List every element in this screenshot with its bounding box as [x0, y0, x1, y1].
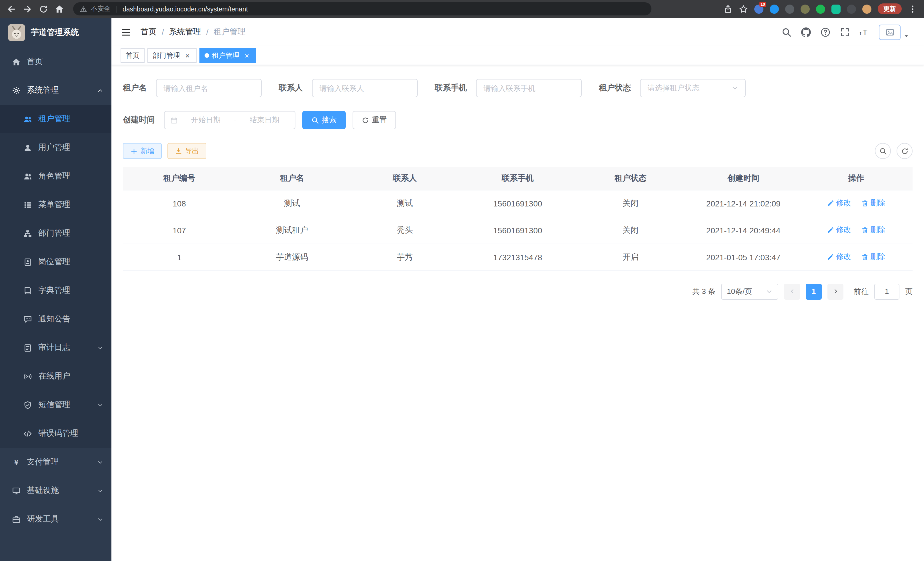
sidebar-item-menu[interactable]: 菜单管理 [0, 190, 111, 219]
extension-icon-drop[interactable] [770, 4, 779, 14]
help-button[interactable] [820, 27, 830, 37]
filter-item: 租户状态请选择租户状态 [599, 79, 746, 97]
sidebar-item-role[interactable]: 角色管理 [0, 162, 111, 190]
goto-page-input[interactable] [874, 283, 899, 299]
toggle-search-button[interactable] [875, 143, 891, 159]
download-icon [175, 147, 182, 155]
sidebar-item-online-user[interactable]: 在线用户 [0, 362, 111, 391]
extension-icon-green-square[interactable] [831, 4, 841, 14]
sidebar-item-dict[interactable]: 字典管理 [0, 276, 111, 305]
table-body: 108测试测试15601691300关闭2021-12-14 21:02:09修… [123, 190, 913, 271]
delete-link[interactable]: 删除 [861, 225, 885, 235]
edit-link[interactable]: 修改 [827, 252, 851, 262]
hamburger-icon[interactable] [121, 27, 131, 37]
delete-link[interactable]: 删除 [861, 252, 885, 262]
filter-label: 联系人 [279, 83, 303, 93]
browser-update-button[interactable]: 更新 [878, 3, 902, 14]
page-unit-label: 页 [905, 286, 913, 296]
delete-link[interactable]: 删除 [861, 198, 885, 208]
app-logo[interactable]: 芋道管理系统 [0, 18, 111, 47]
sidebar-item-infra[interactable]: 基础设施 [0, 476, 111, 505]
search-button[interactable]: 搜索 [302, 111, 346, 129]
share-icon[interactable] [723, 4, 733, 14]
yen-icon: ¥ [12, 458, 21, 466]
export-button[interactable]: 导出 [167, 143, 206, 159]
extension-icon-olive[interactable] [801, 4, 810, 14]
browser-menu-button[interactable] [908, 4, 917, 14]
status-select[interactable]: 请选择租户状态 [640, 79, 746, 97]
breadcrumb-item[interactable]: 首页 [141, 27, 157, 37]
reset-button[interactable]: 重置 [352, 111, 396, 129]
tab-tenant[interactable]: 租户管理× [200, 48, 256, 63]
pencil-icon [827, 253, 835, 261]
breadcrumb-item[interactable]: 系统管理 [169, 27, 201, 37]
column-header: 创建时间 [687, 167, 800, 190]
extension-icon-dark-ring[interactable] [785, 4, 794, 14]
github-button[interactable] [801, 27, 811, 37]
browser-forward-button[interactable] [23, 4, 32, 14]
extension-icon-green-check[interactable] [816, 4, 825, 14]
sidebar-item-devtool[interactable]: 研发工具 [0, 505, 111, 534]
sidebar-item-dept[interactable]: 部门管理 [0, 219, 111, 248]
tab-dept[interactable]: 部门管理× [147, 48, 196, 63]
add-button[interactable]: 新增 [123, 143, 162, 159]
extension-icon-avatar[interactable] [862, 4, 872, 14]
bookmark-star-icon[interactable] [739, 4, 748, 14]
header-actions: tT [782, 27, 869, 37]
tab-home[interactable]: 首页 [121, 48, 145, 63]
filter-label: 联系手机 [435, 83, 467, 93]
user-icon [23, 143, 32, 152]
add-button-label: 新增 [141, 146, 154, 156]
sidebar-item-audit-log[interactable]: 审计日志 [0, 333, 111, 362]
contact-input[interactable] [312, 79, 418, 97]
sidebar-item-payment[interactable]: ¥支付管理 [0, 448, 111, 476]
header-right: tT [782, 24, 909, 40]
font-size-button[interactable]: tT [860, 27, 869, 37]
next-page-button[interactable] [827, 283, 843, 299]
search-button[interactable] [782, 27, 791, 37]
avatar-dropdown[interactable] [879, 24, 909, 40]
browser-reload-button[interactable] [39, 4, 48, 14]
chevron-down-icon [97, 402, 104, 408]
filter-item: 联系人 [279, 79, 418, 97]
table-row: 108测试测试15601691300关闭2021-12-14 21:02:09修… [123, 190, 913, 217]
edit-link[interactable]: 修改 [827, 198, 851, 208]
date-range-picker[interactable]: 开始日期 - 结束日期 [164, 111, 296, 129]
sidebar-item-label: 研发工具 [27, 514, 59, 524]
sidebar-item-user[interactable]: 用户管理 [0, 133, 111, 162]
edit-link[interactable]: 修改 [827, 225, 851, 235]
prev-page-button[interactable] [784, 283, 800, 299]
fullscreen-button[interactable] [840, 27, 850, 37]
page-number-button[interactable]: 1 [806, 283, 822, 299]
sidebar-item-home[interactable]: 首页 [0, 47, 111, 76]
table-header-row: 租户编号租户名联系人联系手机租户状态创建时间操作 [123, 167, 913, 190]
sidebar-item-error-code[interactable]: 错误码管理 [0, 419, 111, 448]
breadcrumb-item: 租户管理 [214, 27, 246, 37]
breadcrumb-separator: / [206, 27, 208, 37]
sidebar-item-system[interactable]: 系统管理 [0, 76, 111, 105]
browser-back-button[interactable] [7, 4, 16, 14]
tenant-name-input[interactable] [156, 79, 262, 97]
app-title: 芋道管理系统 [31, 27, 79, 38]
users-icon [23, 115, 32, 123]
tree-icon [23, 229, 32, 238]
sidebar-item-sms[interactable]: 短信管理 [0, 391, 111, 419]
address-bar[interactable]: 不安全 dashboard.yudao.iocoder.cn/system/te… [73, 2, 651, 15]
extension-icon-blue-badged[interactable]: 10 [754, 4, 764, 14]
sidebar-item-label: 短信管理 [38, 400, 70, 410]
phone-input[interactable] [476, 79, 582, 97]
browser-home-button[interactable] [55, 4, 64, 14]
chevron-up-icon [97, 87, 104, 93]
tab-close-icon[interactable]: × [243, 51, 251, 59]
sidebar-item-post[interactable]: 岗位管理 [0, 248, 111, 276]
column-header: 联系手机 [461, 167, 574, 190]
column-header: 租户编号 [123, 167, 236, 190]
extension-icon-puzzle[interactable] [847, 4, 856, 14]
sidebar-item-notice[interactable]: 通知公告 [0, 305, 111, 333]
refresh-table-button[interactable] [897, 143, 913, 159]
column-header: 租户状态 [574, 167, 687, 190]
page-size-select[interactable]: 10条/页 [721, 283, 778, 299]
tab-close-icon[interactable]: × [183, 51, 191, 59]
sidebar-item-tenant[interactable]: 租户管理 [0, 105, 111, 133]
column-header: 租户名 [236, 167, 349, 190]
